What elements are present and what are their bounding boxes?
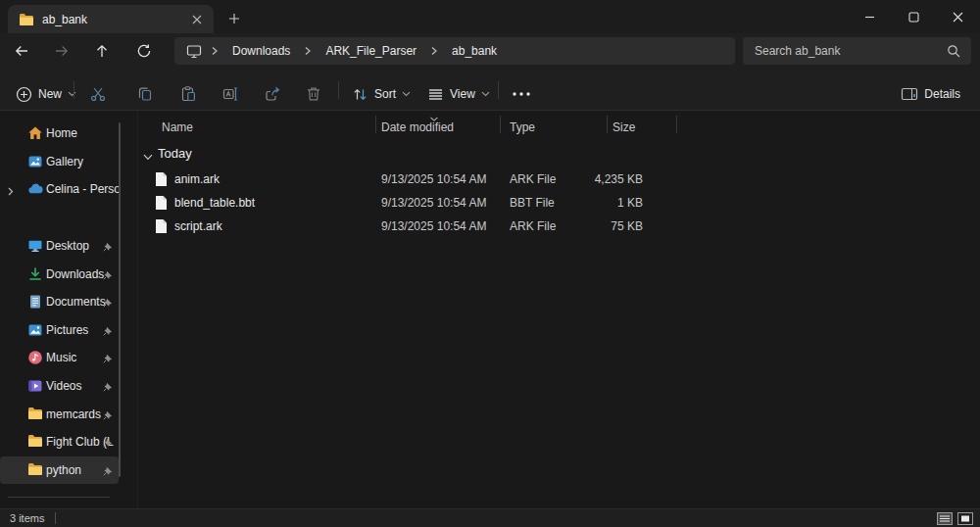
breadcrumb-downloads[interactable]: Downloads [225, 42, 297, 60]
column-separator[interactable] [607, 116, 608, 133]
sidebar-item-memcards[interactable]: memcards [0, 401, 119, 428]
up-button[interactable] [89, 38, 115, 64]
search-input[interactable] [743, 44, 947, 58]
details-pane-button[interactable]: Details [895, 80, 966, 108]
breadcrumb-ab-bank[interactable]: ab_bank [445, 42, 504, 60]
breadcrumb-chevron-icon[interactable] [301, 46, 315, 56]
toolbar-separator [338, 81, 339, 99]
details-view-toggle[interactable] [936, 511, 954, 526]
gallery-icon [27, 154, 43, 169]
folder-icon [19, 13, 34, 26]
view-button[interactable]: View [421, 80, 496, 108]
file-date-modified: 9/13/2025 10:54 AM [381, 215, 486, 238]
paste-button[interactable] [173, 80, 203, 108]
minimize-button[interactable] [848, 0, 892, 33]
sidebar-item-gallery[interactable]: Gallery [0, 148, 119, 175]
icons-view-toggle[interactable] [956, 511, 974, 526]
chevron-down-icon [481, 91, 490, 97]
copy-button[interactable] [130, 80, 160, 108]
titlebar: ab_bank [0, 0, 980, 33]
view-button-label: View [450, 87, 475, 101]
home-icon [27, 125, 43, 141]
sidebar-item-label: Home [46, 120, 119, 147]
sidebar-item-documents[interactable]: Documents [0, 288, 119, 315]
pin-icon [103, 353, 113, 362]
search-icon[interactable] [947, 44, 971, 58]
more-options-button[interactable] [507, 80, 536, 108]
view-lines-icon [427, 86, 444, 103]
refresh-button[interactable] [131, 38, 157, 64]
file-name: anim.ark [174, 168, 220, 191]
file-row[interactable]: blend_table.bbt 9/13/2025 10:54 AM BBT F… [138, 191, 844, 215]
folder-icon [27, 462, 43, 478]
file-date-modified: 9/13/2025 10:54 AM [381, 168, 486, 191]
sidebar-item-music[interactable]: Music [0, 344, 119, 371]
sidebar-item-label: Celina - Persona [46, 175, 119, 203]
sidebar-item-fight-club[interactable]: Fight Club (L [0, 428, 119, 455]
file-icon [155, 195, 168, 211]
breadcrumb-chevron-icon[interactable] [208, 46, 221, 56]
rename-button[interactable] [216, 80, 245, 108]
file-name: script.ark [174, 215, 222, 238]
pin-icon [103, 437, 113, 447]
chevron-right-icon[interactable] [6, 185, 15, 194]
sidebar: Home Gallery Celina - Persona Desktop Do… [0, 111, 137, 509]
file-date-modified: 9/13/2025 10:54 AM [381, 191, 486, 215]
column-separator[interactable] [676, 116, 677, 133]
chevron-down-icon[interactable] [143, 150, 153, 164]
sidebar-item-onedrive[interactable]: Celina - Persona [0, 175, 119, 203]
sidebar-scrollbar[interactable] [119, 122, 121, 477]
file-size: 4,235 KB [549, 168, 643, 191]
column-header-size[interactable]: Size [609, 118, 639, 137]
new-tab-button[interactable] [223, 8, 245, 29]
address-bar[interactable]: Downloads ARK_File_Parser ab_bank [174, 37, 735, 65]
close-button[interactable] [936, 0, 980, 33]
share-button[interactable] [258, 80, 287, 108]
tab-close-icon[interactable] [188, 11, 206, 28]
breadcrumb-chevron-icon[interactable] [427, 46, 441, 56]
navigation-bar: Downloads ARK_File_Parser ab_bank [0, 33, 980, 69]
sidebar-item-downloads[interactable]: Downloads [0, 261, 119, 288]
column-header-type[interactable]: Type [506, 118, 539, 137]
details-pane-label: Details [924, 87, 960, 101]
documents-icon [27, 294, 43, 310]
pin-icon [103, 269, 113, 279]
column-header-name[interactable]: Name [158, 118, 197, 137]
file-icon [155, 218, 168, 234]
chevron-down-icon [402, 91, 411, 97]
column-separator[interactable] [375, 116, 376, 133]
file-row[interactable]: script.ark 9/13/2025 10:54 AM ARK File 7… [138, 215, 844, 238]
file-row[interactable]: anim.ark 9/13/2025 10:54 AM ARK File 4,2… [138, 168, 844, 191]
onedrive-cloud-icon [27, 181, 43, 197]
folder-icon [27, 434, 43, 450]
chevron-down-icon [68, 91, 76, 97]
pin-icon [103, 465, 113, 475]
cut-button[interactable] [83, 80, 113, 108]
pin-icon [103, 297, 113, 307]
tab-title: ab_bank [42, 13, 188, 26]
sidebar-item-pictures[interactable]: Pictures [0, 316, 119, 344]
sidebar-item-desktop[interactable]: Desktop [0, 232, 119, 260]
this-pc-icon[interactable] [184, 44, 204, 59]
sidebar-item-python[interactable]: python [0, 456, 119, 484]
sort-button[interactable]: Sort [346, 80, 416, 108]
delete-button[interactable] [299, 80, 328, 108]
plus-circle-icon [16, 86, 32, 103]
file-type: BBT File [510, 191, 555, 215]
new-button[interactable]: New [10, 80, 82, 108]
downloads-icon [27, 266, 43, 282]
group-header-today[interactable]: Today [138, 143, 334, 165]
column-header-date-modified[interactable]: Date modified [377, 118, 458, 137]
status-divider [55, 512, 56, 524]
back-button[interactable] [9, 38, 34, 64]
sidebar-item-home[interactable]: Home [0, 120, 119, 147]
forward-button[interactable] [49, 38, 74, 64]
item-count: 3 items [10, 509, 44, 527]
breadcrumb-ark-file-parser[interactable]: ARK_File_Parser [318, 42, 423, 60]
explorer-tab[interactable]: ab_bank [8, 5, 214, 33]
file-list-pane: Name Date modified Type Size Today anim.… [138, 111, 980, 508]
pin-icon [103, 325, 113, 335]
maximize-button[interactable] [892, 0, 936, 33]
column-separator[interactable] [500, 116, 501, 133]
sidebar-item-videos[interactable]: Videos [0, 372, 119, 400]
